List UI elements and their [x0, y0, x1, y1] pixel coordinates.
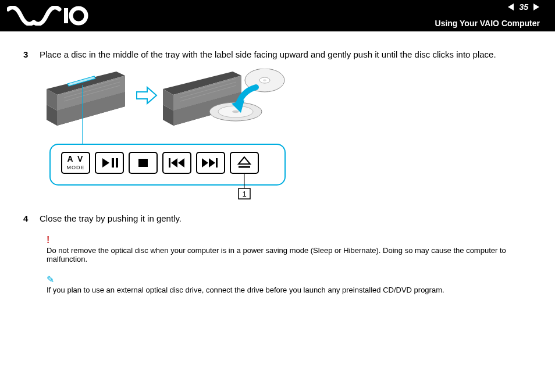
step-3: 3 Place a disc in the middle of the tray…: [23, 49, 540, 60]
pencil-icon: ✎: [47, 275, 540, 284]
section-title: Using Your VAIO Computer: [435, 19, 540, 28]
svg-rect-48: [230, 152, 258, 173]
eject-callout-label: 1: [242, 190, 246, 198]
page-navigator: 35: [507, 2, 540, 12]
svg-rect-47: [216, 158, 218, 168]
svg-rect-41: [169, 158, 170, 168]
prev-page-arrow-icon[interactable]: [507, 3, 515, 11]
page-body: 3 Place a disc in the middle of the tray…: [0, 31, 555, 294]
stop-button-icon: [129, 152, 157, 173]
step-text: Place a disc in the middle of the tray w…: [40, 49, 496, 60]
svg-point-24: [232, 111, 239, 113]
svg-rect-0: [64, 8, 68, 23]
previous-track-button-icon: [163, 152, 191, 173]
media-controls-panel: A V MODE: [50, 144, 285, 199]
svg-rect-37: [116, 158, 118, 168]
header-bar: 35 Using Your VAIO Computer: [0, 0, 555, 31]
svg-text:MODE: MODE: [67, 165, 85, 170]
eject-button-icon: [230, 152, 258, 173]
laptop-closed-icon: [47, 72, 125, 126]
laptop-with-disc-icon: [163, 69, 284, 126]
av-mode-button: A V MODE: [62, 152, 90, 173]
play-pause-button-icon: [95, 152, 123, 173]
arrow-right-icon: [137, 87, 156, 104]
tip-text: If you plan to use an external optical d…: [47, 286, 540, 294]
step-number: 3: [23, 49, 31, 60]
disc-insertion-figure: A V MODE: [47, 69, 540, 202]
vaio-logo: [7, 0, 88, 31]
step-number: 4: [23, 213, 31, 224]
svg-rect-36: [112, 158, 114, 168]
warning-note: ! Do not remove the optical disc when yo…: [47, 236, 540, 263]
next-track-button-icon: [197, 152, 225, 173]
svg-point-27: [263, 80, 266, 81]
svg-marker-2: [508, 3, 514, 10]
svg-point-1: [71, 8, 86, 23]
step-4: 4 Close the tray by pushing it in gently…: [23, 213, 540, 224]
svg-text:A V: A V: [67, 154, 84, 163]
page-number: 35: [519, 2, 528, 12]
step-text: Close the tray by pushing it in gently.: [40, 213, 182, 224]
warning-text: Do not remove the optical disc when your…: [47, 246, 540, 263]
svg-rect-39: [138, 159, 148, 167]
next-page-arrow-icon[interactable]: [532, 3, 540, 11]
tip-note: ✎ If you plan to use an external optical…: [47, 275, 540, 294]
svg-marker-3: [533, 3, 539, 10]
warning-icon: !: [47, 236, 540, 245]
